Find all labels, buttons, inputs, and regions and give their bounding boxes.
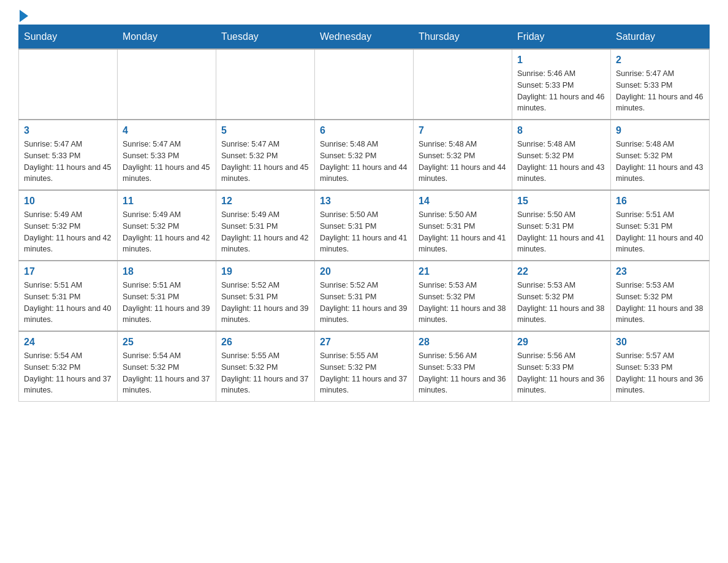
day-info: Sunrise: 5:50 AMSunset: 5:31 PMDaylight:… xyxy=(320,209,408,255)
calendar-cell: 29Sunrise: 5:56 AMSunset: 5:33 PMDayligh… xyxy=(512,331,611,402)
calendar-cell: 14Sunrise: 5:50 AMSunset: 5:31 PMDayligh… xyxy=(414,190,512,261)
day-info: Sunrise: 5:46 AMSunset: 5:33 PMDaylight:… xyxy=(517,68,605,114)
calendar-cell: 11Sunrise: 5:49 AMSunset: 5:32 PMDayligh… xyxy=(118,190,216,261)
calendar-cell: 23Sunrise: 5:53 AMSunset: 5:32 PMDayligh… xyxy=(611,261,710,331)
calendar-header-row: SundayMondayTuesdayWednesdayThursdayFrid… xyxy=(19,25,710,50)
logo-arrow-icon xyxy=(20,10,28,22)
logo-text xyxy=(18,12,28,22)
day-number: 20 xyxy=(320,266,408,277)
day-info: Sunrise: 5:52 AMSunset: 5:31 PMDaylight:… xyxy=(221,280,309,326)
calendar-cell: 13Sunrise: 5:50 AMSunset: 5:31 PMDayligh… xyxy=(315,190,414,261)
column-header-sunday: Sunday xyxy=(19,25,118,50)
week-row-5: 24Sunrise: 5:54 AMSunset: 5:32 PMDayligh… xyxy=(19,331,710,402)
day-number: 3 xyxy=(24,125,112,136)
day-info: Sunrise: 5:50 AMSunset: 5:31 PMDaylight:… xyxy=(419,209,507,255)
day-info: Sunrise: 5:55 AMSunset: 5:32 PMDaylight:… xyxy=(320,350,408,396)
calendar-cell xyxy=(118,49,216,120)
calendar-cell: 28Sunrise: 5:56 AMSunset: 5:33 PMDayligh… xyxy=(414,331,512,402)
day-number: 24 xyxy=(24,337,112,348)
day-info: Sunrise: 5:54 AMSunset: 5:32 PMDaylight:… xyxy=(123,350,211,396)
day-info: Sunrise: 5:56 AMSunset: 5:33 PMDaylight:… xyxy=(517,350,605,396)
day-number: 7 xyxy=(419,125,507,136)
day-number: 9 xyxy=(616,125,704,136)
week-row-1: 1Sunrise: 5:46 AMSunset: 5:33 PMDaylight… xyxy=(19,49,710,120)
day-info: Sunrise: 5:57 AMSunset: 5:33 PMDaylight:… xyxy=(616,350,704,396)
day-number: 1 xyxy=(517,55,605,66)
calendar-cell: 24Sunrise: 5:54 AMSunset: 5:32 PMDayligh… xyxy=(19,331,118,402)
calendar-cell: 15Sunrise: 5:50 AMSunset: 5:31 PMDayligh… xyxy=(512,190,611,261)
week-row-2: 3Sunrise: 5:47 AMSunset: 5:33 PMDaylight… xyxy=(19,120,710,190)
day-info: Sunrise: 5:47 AMSunset: 5:32 PMDaylight:… xyxy=(221,139,309,185)
day-info: Sunrise: 5:47 AMSunset: 5:33 PMDaylight:… xyxy=(123,139,211,185)
week-row-3: 10Sunrise: 5:49 AMSunset: 5:32 PMDayligh… xyxy=(19,190,710,261)
day-number: 17 xyxy=(24,266,112,277)
calendar-cell xyxy=(216,49,315,120)
page-header xyxy=(18,12,710,18)
calendar-cell: 1Sunrise: 5:46 AMSunset: 5:33 PMDaylight… xyxy=(512,49,611,120)
calendar-cell: 18Sunrise: 5:51 AMSunset: 5:31 PMDayligh… xyxy=(118,261,216,331)
calendar-cell: 19Sunrise: 5:52 AMSunset: 5:31 PMDayligh… xyxy=(216,261,315,331)
calendar-cell: 4Sunrise: 5:47 AMSunset: 5:33 PMDaylight… xyxy=(118,120,216,190)
calendar-cell: 21Sunrise: 5:53 AMSunset: 5:32 PMDayligh… xyxy=(414,261,512,331)
calendar-cell: 7Sunrise: 5:48 AMSunset: 5:32 PMDaylight… xyxy=(414,120,512,190)
calendar-cell: 30Sunrise: 5:57 AMSunset: 5:33 PMDayligh… xyxy=(611,331,710,402)
day-info: Sunrise: 5:49 AMSunset: 5:31 PMDaylight:… xyxy=(221,209,309,255)
column-header-monday: Monday xyxy=(118,25,216,50)
day-number: 21 xyxy=(419,266,507,277)
day-number: 23 xyxy=(616,266,704,277)
calendar-cell: 5Sunrise: 5:47 AMSunset: 5:32 PMDaylight… xyxy=(216,120,315,190)
day-info: Sunrise: 5:48 AMSunset: 5:32 PMDaylight:… xyxy=(320,139,408,185)
day-number: 2 xyxy=(616,55,704,66)
calendar-cell: 27Sunrise: 5:55 AMSunset: 5:32 PMDayligh… xyxy=(315,331,414,402)
column-header-friday: Friday xyxy=(512,25,611,50)
day-number: 29 xyxy=(517,337,605,348)
logo xyxy=(18,12,28,18)
calendar-cell: 20Sunrise: 5:52 AMSunset: 5:31 PMDayligh… xyxy=(315,261,414,331)
day-number: 6 xyxy=(320,125,408,136)
day-number: 4 xyxy=(123,125,211,136)
day-info: Sunrise: 5:52 AMSunset: 5:31 PMDaylight:… xyxy=(320,280,408,326)
day-info: Sunrise: 5:49 AMSunset: 5:32 PMDaylight:… xyxy=(24,209,112,255)
calendar-cell: 10Sunrise: 5:49 AMSunset: 5:32 PMDayligh… xyxy=(19,190,118,261)
day-number: 16 xyxy=(616,196,704,207)
calendar-cell: 2Sunrise: 5:47 AMSunset: 5:33 PMDaylight… xyxy=(611,49,710,120)
day-number: 14 xyxy=(419,196,507,207)
day-info: Sunrise: 5:48 AMSunset: 5:32 PMDaylight:… xyxy=(616,139,704,185)
day-number: 25 xyxy=(123,337,211,348)
column-header-tuesday: Tuesday xyxy=(216,25,315,50)
day-info: Sunrise: 5:51 AMSunset: 5:31 PMDaylight:… xyxy=(24,280,112,326)
day-info: Sunrise: 5:47 AMSunset: 5:33 PMDaylight:… xyxy=(24,139,112,185)
day-number: 8 xyxy=(517,125,605,136)
day-number: 22 xyxy=(517,266,605,277)
day-number: 5 xyxy=(221,125,309,136)
day-number: 19 xyxy=(221,266,309,277)
calendar-table: SundayMondayTuesdayWednesdayThursdayFrid… xyxy=(18,25,710,402)
calendar-cell: 22Sunrise: 5:53 AMSunset: 5:32 PMDayligh… xyxy=(512,261,611,331)
day-number: 13 xyxy=(320,196,408,207)
day-number: 18 xyxy=(123,266,211,277)
day-info: Sunrise: 5:54 AMSunset: 5:32 PMDaylight:… xyxy=(24,350,112,396)
calendar-cell: 17Sunrise: 5:51 AMSunset: 5:31 PMDayligh… xyxy=(19,261,118,331)
calendar-cell: 25Sunrise: 5:54 AMSunset: 5:32 PMDayligh… xyxy=(118,331,216,402)
day-info: Sunrise: 5:53 AMSunset: 5:32 PMDaylight:… xyxy=(517,280,605,326)
day-info: Sunrise: 5:56 AMSunset: 5:33 PMDaylight:… xyxy=(419,350,507,396)
day-info: Sunrise: 5:53 AMSunset: 5:32 PMDaylight:… xyxy=(616,280,704,326)
day-number: 30 xyxy=(616,337,704,348)
day-info: Sunrise: 5:51 AMSunset: 5:31 PMDaylight:… xyxy=(123,280,211,326)
day-info: Sunrise: 5:48 AMSunset: 5:32 PMDaylight:… xyxy=(419,139,507,185)
calendar-cell: 12Sunrise: 5:49 AMSunset: 5:31 PMDayligh… xyxy=(216,190,315,261)
calendar-cell: 26Sunrise: 5:55 AMSunset: 5:32 PMDayligh… xyxy=(216,331,315,402)
calendar-cell: 9Sunrise: 5:48 AMSunset: 5:32 PMDaylight… xyxy=(611,120,710,190)
day-number: 27 xyxy=(320,337,408,348)
calendar-cell: 6Sunrise: 5:48 AMSunset: 5:32 PMDaylight… xyxy=(315,120,414,190)
calendar-cell xyxy=(315,49,414,120)
day-info: Sunrise: 5:47 AMSunset: 5:33 PMDaylight:… xyxy=(616,68,704,114)
day-number: 28 xyxy=(419,337,507,348)
calendar-cell xyxy=(19,49,118,120)
column-header-thursday: Thursday xyxy=(414,25,512,50)
week-row-4: 17Sunrise: 5:51 AMSunset: 5:31 PMDayligh… xyxy=(19,261,710,331)
day-info: Sunrise: 5:55 AMSunset: 5:32 PMDaylight:… xyxy=(221,350,309,396)
day-info: Sunrise: 5:48 AMSunset: 5:32 PMDaylight:… xyxy=(517,139,605,185)
day-info: Sunrise: 5:49 AMSunset: 5:32 PMDaylight:… xyxy=(123,209,211,255)
day-info: Sunrise: 5:53 AMSunset: 5:32 PMDaylight:… xyxy=(419,280,507,326)
